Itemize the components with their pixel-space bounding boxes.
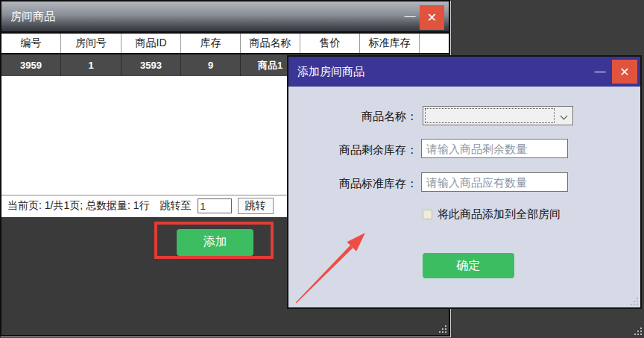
standard-stock-label: 商品标准库存： <box>288 177 417 191</box>
minimize-icon[interactable]: — <box>404 10 416 22</box>
dialog-body: 商品名称： 商品剩余库存： 商品标准库存： 将此商品添加到全部房间 确定 <box>288 87 640 307</box>
dialog-titlebar: 添加房间商品 — ✕ <box>288 57 640 87</box>
column-header[interactable]: 标准库存 <box>360 34 420 53</box>
minimize-icon[interactable]: — <box>594 66 606 78</box>
remaining-stock-input[interactable] <box>421 139 568 158</box>
close-icon[interactable]: ✕ <box>612 60 637 84</box>
column-header[interactable]: 商品ID <box>121 34 181 53</box>
column-header[interactable]: 编号 <box>1 34 61 53</box>
jump-page-input[interactable] <box>198 198 232 213</box>
dialog-title: 添加房间商品 <box>297 65 364 79</box>
column-header[interactable]: 库存 <box>181 34 241 53</box>
cell-product-id: 3593 <box>121 54 181 76</box>
window-title: 房间商品 <box>10 10 55 24</box>
cell-number: 3959 <box>1 54 61 76</box>
column-header[interactable]: 售价 <box>300 34 360 53</box>
close-icon[interactable]: ✕ <box>420 5 444 30</box>
resize-grip-icon[interactable] <box>439 325 446 333</box>
add-room-product-dialog: 添加房间商品 — ✕ 商品名称： 商品剩余库存： 商品标准库存： 将此商品添加到… <box>287 55 642 309</box>
table-header-row: 编号 房间号 商品ID 库存 商品名称 售价 标准库存 <box>1 34 449 54</box>
column-header[interactable]: 房间号 <box>61 34 121 53</box>
remaining-stock-label: 商品剩余库存： <box>288 143 417 157</box>
focus-outline <box>425 108 555 123</box>
cell-room: 1 <box>61 54 121 76</box>
room-products-titlebar: 房间商品 — ✕ <box>1 1 449 31</box>
cell-stock: 9 <box>181 54 241 76</box>
confirm-button[interactable]: 确定 <box>423 253 514 278</box>
app-background: 房间商品 — ✕ 编号 房间号 商品ID 库存 商品名称 售价 标准库存 395… <box>0 0 644 338</box>
column-header-empty <box>420 34 449 53</box>
product-name-select[interactable] <box>423 106 573 125</box>
all-rooms-checkbox-label: 将此商品添加到全部房间 <box>438 207 561 222</box>
standard-stock-input[interactable] <box>421 172 568 192</box>
jump-to-label: 跳转至 <box>160 199 192 213</box>
product-name-label: 商品名称： <box>288 110 417 124</box>
red-arrow-annotation <box>288 225 374 310</box>
column-header[interactable]: 商品名称 <box>241 34 300 53</box>
resize-grip-icon[interactable] <box>631 298 638 305</box>
resize-grip-icon[interactable] <box>634 328 642 335</box>
jump-button[interactable]: 跳转 <box>238 198 274 214</box>
all-rooms-checkbox[interactable] <box>423 210 432 219</box>
pagination-summary: 当前页: 1/共1页; 总数据量: 1行 <box>7 199 150 213</box>
chevron-down-icon <box>561 113 568 120</box>
add-button[interactable]: 添加 <box>177 229 253 256</box>
